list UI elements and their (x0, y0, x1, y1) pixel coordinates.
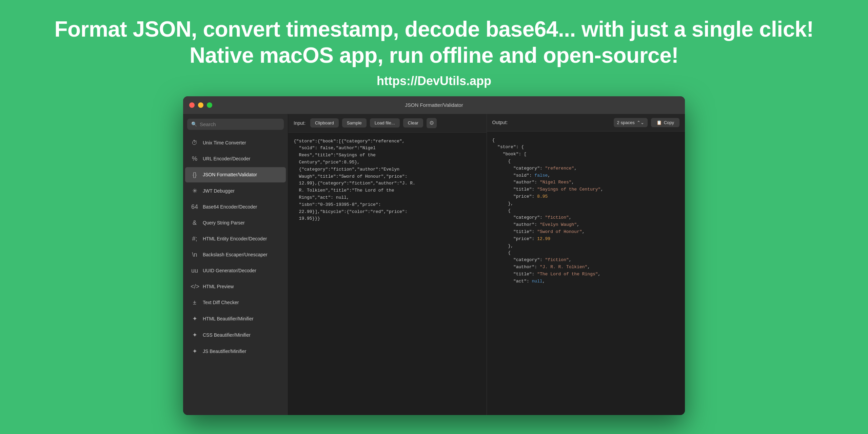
sidebar-label-text-diff: Text Diff Checker (203, 300, 239, 305)
output-toolbar: Output: 2 spaces ⌃⌄ 📋 Copy (487, 114, 685, 132)
sidebar-icon-css-beautifier: ✦ (191, 331, 199, 339)
sidebar-label-html-preview: HTML Preview (203, 284, 234, 289)
input-text: {"store":{"book":[{"category":"reference… (294, 138, 481, 223)
sidebar-item-jwt-debugger[interactable]: ✳JWT Debugger (185, 183, 286, 199)
sidebar-item-uuid[interactable]: uuUUID Generator/Decoder (185, 263, 286, 278)
output-json: { "store": { "book": [ { "category": "re… (492, 137, 680, 285)
sidebar-item-query-string[interactable]: &Query String Parser (185, 215, 286, 231)
traffic-lights (189, 102, 212, 108)
copy-icon: 📋 (656, 120, 662, 125)
input-label: Input: (294, 120, 305, 126)
sidebar-item-js-beautifier[interactable]: ✦JS Beautifier/Minifier (185, 343, 286, 359)
close-button[interactable] (189, 102, 195, 108)
spaces-selector[interactable]: 2 spaces ⌃⌄ (614, 118, 648, 127)
sidebar-icon-base64: 64 (191, 203, 199, 211)
copy-button[interactable]: 📋 Copy (651, 118, 679, 127)
load-file-button[interactable]: Load file... (370, 118, 400, 127)
output-label: Output: (492, 120, 614, 125)
sidebar-label-query-string: Query String Parser (203, 220, 245, 225)
spaces-label: 2 spaces (617, 120, 635, 125)
sidebar-item-backslash[interactable]: \nBackslash Escaper/Unescaper (185, 247, 286, 262)
sidebar-label-css-beautifier: CSS Beautifier/Minifier (203, 332, 251, 338)
copy-label: Copy (664, 120, 674, 125)
hero-url: https://DevUtils.app (0, 74, 868, 88)
title-bar: JSON Formatter/Validator (183, 96, 685, 114)
sidebar-icon-uuid: uu (191, 267, 199, 274)
sidebar-icon-query-string: & (191, 219, 199, 226)
sidebar-icon-html-entity: #; (191, 235, 199, 242)
sidebar-icon-url-encoder: % (191, 155, 199, 162)
window-title: JSON Formatter/Validator (405, 102, 463, 108)
hero-line1: Format JSON, convert timestamp, decode b… (0, 16, 868, 42)
main-content: Input: Clipboard Sample Load file... Cle… (288, 114, 685, 415)
sidebar-label-jwt-debugger: JWT Debugger (203, 188, 235, 194)
sidebar: 🔍 ⏱Unix Time Converter%URL Encoder/Decod… (183, 114, 288, 415)
sidebar-icon-js-beautifier: ✦ (191, 348, 199, 355)
sidebar-icon-json-formatter: {} (191, 171, 199, 178)
settings-button[interactable]: ⚙ (427, 118, 437, 128)
app-window: JSON Formatter/Validator 🔍 ⏱Unix Time Co… (183, 96, 685, 415)
sidebar-item-base64[interactable]: 64Base64 Encoder/Decoder (185, 199, 286, 215)
output-panel: Output: 2 spaces ⌃⌄ 📋 Copy { "store": { … (487, 114, 685, 415)
sidebar-label-uuid: UUID Generator/Decoder (203, 268, 256, 273)
search-bar[interactable]: 🔍 (187, 119, 284, 130)
maximize-button[interactable] (207, 102, 212, 108)
chevron-icon: ⌃⌄ (637, 120, 644, 125)
clipboard-button[interactable]: Clipboard (310, 118, 339, 127)
sidebar-icon-backslash: \n (191, 251, 199, 258)
sidebar-list: ⏱Unix Time Converter%URL Encoder/Decoder… (183, 135, 288, 415)
sidebar-label-backslash: Backslash Escaper/Unescaper (203, 252, 268, 257)
sidebar-item-text-diff[interactable]: ±Text Diff Checker (185, 295, 286, 310)
sidebar-label-html-entity: HTML Entity Encoder/Decoder (203, 236, 267, 241)
sidebar-label-url-encoder: URL Encoder/Decoder (203, 156, 250, 161)
search-input[interactable] (200, 121, 280, 127)
search-icon: 🔍 (191, 121, 197, 127)
sidebar-label-json-formatter: JSON Formatter/Validator (203, 172, 257, 177)
sample-button[interactable]: Sample (342, 118, 367, 127)
sidebar-label-html-beautifier: HTML Beautifier/Minifier (203, 316, 254, 321)
clear-button[interactable]: Clear (403, 118, 423, 127)
input-panel: Input: Clipboard Sample Load file... Cle… (288, 114, 487, 415)
input-content[interactable]: {"store":{"book":[{"category":"reference… (288, 133, 487, 415)
sidebar-label-base64: Base64 Encoder/Decoder (203, 204, 257, 210)
sidebar-icon-unix-time: ⏱ (191, 139, 199, 146)
sidebar-item-html-preview[interactable]: </>HTML Preview (185, 279, 286, 294)
sidebar-icon-html-preview: </> (191, 283, 199, 290)
sidebar-icon-html-beautifier: ✦ (191, 315, 199, 322)
sidebar-icon-text-diff: ± (191, 299, 199, 306)
hero-line2: Native macOS app, run offline and open-s… (0, 42, 868, 68)
sidebar-label-unix-time: Unix Time Converter (203, 140, 246, 145)
sidebar-item-url-encoder[interactable]: %URL Encoder/Decoder (185, 151, 286, 166)
minimize-button[interactable] (198, 102, 203, 108)
sidebar-item-unix-time[interactable]: ⏱Unix Time Converter (185, 135, 286, 151)
input-toolbar: Input: Clipboard Sample Load file... Cle… (288, 114, 487, 133)
output-content: { "store": { "book": [ { "category": "re… (487, 132, 685, 415)
sidebar-item-html-entity[interactable]: #;HTML Entity Encoder/Decoder (185, 231, 286, 246)
sidebar-item-html-beautifier[interactable]: ✦HTML Beautifier/Minifier (185, 311, 286, 327)
sidebar-item-json-formatter[interactable]: {}JSON Formatter/Validator (185, 167, 286, 182)
sidebar-label-js-beautifier: JS Beautifier/Minifier (203, 349, 246, 354)
sidebar-icon-jwt-debugger: ✳ (191, 187, 199, 195)
sidebar-item-css-beautifier[interactable]: ✦CSS Beautifier/Minifier (185, 327, 286, 343)
